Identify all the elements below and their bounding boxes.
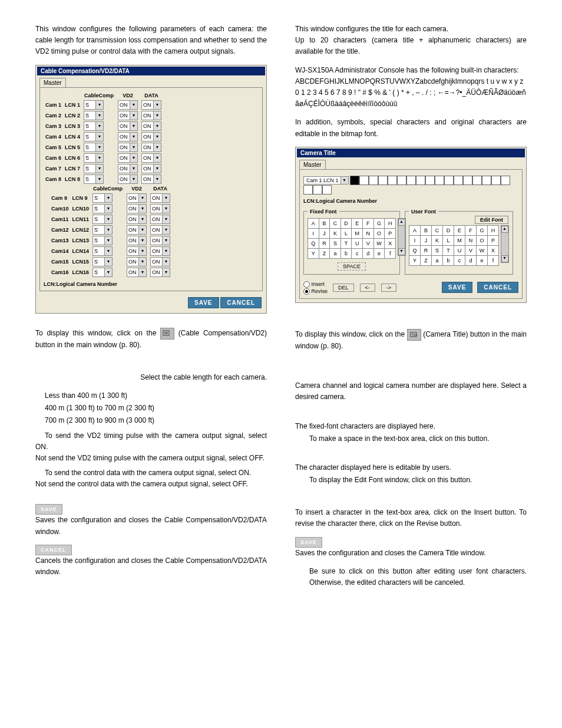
dropdown[interactable]: S▼ [92, 193, 113, 203]
char-cell[interactable]: e [477, 255, 488, 265]
dropdown[interactable]: ON▼ [127, 246, 147, 256]
title-char-box[interactable] [303, 185, 313, 195]
char-cell[interactable]: Q [409, 245, 421, 255]
dropdown[interactable]: ON▼ [150, 268, 170, 277]
title-char-box[interactable] [416, 176, 425, 185]
char-cell[interactable]: D [340, 218, 352, 228]
dropdown[interactable]: ON▼ [127, 193, 147, 203]
char-cell[interactable]: E [352, 218, 363, 228]
scrollbar[interactable]: ▲ ▼ [501, 225, 509, 263]
char-cell[interactable]: a [330, 248, 341, 258]
dropdown[interactable]: ON▼ [127, 268, 147, 277]
char-cell[interactable]: F [363, 218, 374, 228]
title-char-box[interactable] [322, 185, 332, 195]
right-arrow-button[interactable]: -> [381, 284, 396, 292]
char-cell[interactable]: F [465, 225, 477, 235]
dropdown[interactable]: S▼ [84, 153, 104, 163]
title-char-box[interactable] [454, 176, 463, 185]
dropdown[interactable]: ON▼ [141, 100, 161, 110]
dropdown[interactable]: S▼ [84, 164, 104, 173]
char-cell[interactable]: X [385, 238, 396, 248]
master-tab[interactable]: Master [299, 160, 326, 169]
char-cell[interactable]: W [477, 245, 488, 255]
char-cell[interactable]: b [340, 248, 352, 258]
char-cell[interactable]: B [319, 218, 330, 228]
char-cell[interactable]: e [373, 248, 385, 258]
char-cell[interactable]: T [340, 238, 352, 248]
char-cell[interactable]: U [352, 238, 363, 248]
dropdown[interactable]: S▼ [92, 236, 113, 245]
char-cell[interactable]: R [319, 238, 330, 248]
char-cell[interactable]: T [443, 245, 454, 255]
dropdown[interactable]: S▼ [92, 215, 113, 224]
title-char-box[interactable] [425, 176, 435, 185]
char-cell[interactable]: I [308, 228, 319, 238]
dropdown[interactable]: ON▼ [141, 132, 161, 141]
title-char-box[interactable] [463, 176, 472, 185]
title-char-box[interactable] [444, 176, 454, 185]
dropdown[interactable]: ON▼ [141, 153, 161, 163]
title-char-box[interactable] [435, 176, 444, 185]
cable-comp-icon[interactable] [160, 328, 174, 340]
save-button[interactable]: SAVE [188, 297, 219, 308]
char-cell[interactable]: M [454, 235, 465, 245]
dropdown[interactable]: S▼ [92, 225, 113, 235]
char-cell[interactable]: G [373, 218, 385, 228]
dropdown[interactable]: ON▼ [150, 225, 170, 235]
char-cell[interactable]: B [421, 225, 432, 235]
char-cell[interactable]: C [432, 225, 443, 235]
dropdown[interactable]: ON▼ [118, 143, 138, 152]
dropdown[interactable]: ON▼ [150, 215, 170, 224]
char-cell[interactable]: b [443, 255, 454, 265]
dropdown[interactable]: ON▼ [127, 257, 147, 266]
camera-title-icon[interactable]: Title [407, 329, 421, 341]
master-tab[interactable]: Master [39, 78, 66, 87]
char-cell[interactable]: f [385, 248, 396, 258]
dropdown[interactable]: ON▼ [118, 164, 138, 173]
space-button[interactable]: SPACE [338, 262, 366, 271]
char-cell[interactable]: Y [308, 248, 319, 258]
dropdown[interactable]: ON▼ [150, 257, 170, 266]
char-cell[interactable]: f [488, 255, 499, 265]
dropdown[interactable]: ON▼ [118, 174, 138, 184]
char-cell[interactable]: K [432, 235, 443, 245]
left-arrow-button[interactable]: <- [360, 284, 375, 292]
char-cell[interactable]: c [454, 255, 465, 265]
dropdown[interactable]: ON▼ [127, 236, 147, 245]
char-cell[interactable]: M [352, 228, 363, 238]
char-cell[interactable]: V [465, 245, 477, 255]
dropdown[interactable]: ON▼ [150, 193, 170, 203]
char-cell[interactable]: d [465, 255, 477, 265]
char-cell[interactable]: O [477, 235, 488, 245]
title-char-box[interactable] [397, 176, 406, 185]
dropdown[interactable]: S▼ [92, 246, 113, 256]
dropdown[interactable]: ON▼ [118, 111, 138, 120]
char-cell[interactable]: L [340, 228, 352, 238]
insert-revise-radios[interactable]: Insert Revise [303, 281, 328, 295]
char-cell[interactable]: C [330, 218, 341, 228]
cancel-button[interactable]: CANCEL [220, 297, 262, 308]
char-cell[interactable]: V [363, 238, 374, 248]
char-cell[interactable]: E [454, 225, 465, 235]
title-char-box[interactable] [501, 176, 510, 185]
char-cell[interactable]: J [319, 228, 330, 238]
dropdown[interactable]: S▼ [92, 268, 113, 277]
char-cell[interactable]: I [409, 235, 421, 245]
title-char-box[interactable] [491, 176, 501, 185]
char-cell[interactable]: Y [409, 255, 421, 265]
title-char-box[interactable] [313, 185, 322, 195]
title-char-box[interactable] [472, 176, 482, 185]
char-cell[interactable]: S [330, 238, 341, 248]
del-button[interactable]: DEL [333, 284, 354, 292]
char-cell[interactable]: P [488, 235, 499, 245]
char-cell[interactable]: H [488, 225, 499, 235]
char-cell[interactable]: Z [421, 255, 432, 265]
title-char-box[interactable] [359, 176, 369, 185]
title-char-box[interactable] [388, 176, 397, 185]
title-char-box[interactable] [369, 176, 378, 185]
dropdown[interactable]: ON▼ [127, 204, 147, 213]
char-cell[interactable]: d [363, 248, 374, 258]
char-cell[interactable]: N [363, 228, 374, 238]
char-cell[interactable]: S [432, 245, 443, 255]
dropdown[interactable]: S▼ [84, 111, 104, 120]
